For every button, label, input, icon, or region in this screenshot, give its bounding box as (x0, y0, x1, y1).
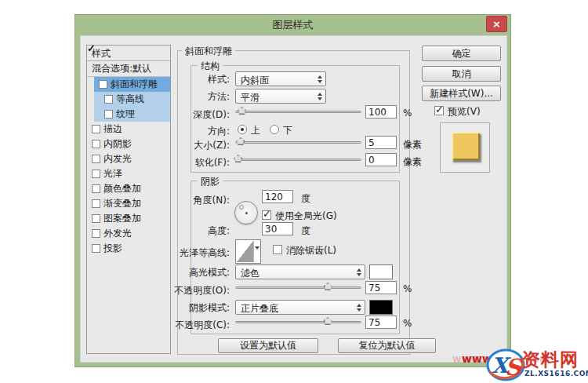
depth-input[interactable] (365, 105, 397, 119)
soften-label: 软化(F): (195, 156, 230, 170)
slider-track (235, 111, 361, 113)
updown-arrows-icon (317, 92, 323, 101)
sidebar-item[interactable]: 图案叠加 (87, 211, 170, 226)
style-checkbox[interactable] (104, 110, 113, 119)
ok-button[interactable]: 确定 (422, 46, 501, 61)
altitude-label: 高度: (208, 224, 230, 238)
dialog-titlebar[interactable]: 图层样式 (75, 15, 510, 35)
preview-checkbox[interactable] (434, 106, 444, 115)
watermark: WWW.XS1616.COM www X S 资料网 ZL.XS1616.COM (451, 347, 588, 383)
styles-sidebar: 样式 混合选项:默认 斜面和浮雕等高线纹理描边内阴影内发光光泽颜色叠加渐变叠加图… (86, 45, 171, 354)
styles-list: 斜面和浮雕等高线纹理描边内阴影内发光光泽颜色叠加渐变叠加图案叠加外发光投影 (87, 77, 170, 256)
xs-logo-icon: X S (485, 348, 526, 382)
technique-label: 方法: (208, 90, 230, 104)
sidebar-item-label: 内阴影 (103, 137, 132, 151)
style-checkbox[interactable] (99, 80, 107, 89)
sidebar-item-label: 外发光 (103, 227, 132, 240)
sidebar-item-blending-options[interactable]: 混合选项:默认 (87, 61, 170, 77)
sidebar-item-label: 等高线 (116, 93, 144, 106)
dropdown-arrow-icon (255, 250, 260, 264)
sidebar-item[interactable]: 投影 (87, 241, 170, 256)
direction-up-radio[interactable] (238, 125, 247, 134)
soften-slider[interactable] (235, 155, 361, 165)
altitude-input[interactable] (262, 222, 293, 235)
style-select-value: 内斜面 (241, 74, 269, 87)
sidebar-item[interactable]: 纹理 (94, 107, 170, 122)
slider-thumb[interactable] (234, 155, 242, 162)
style-checkbox[interactable] (104, 95, 113, 104)
style-checkbox[interactable] (92, 229, 100, 238)
depth-unit: % (403, 108, 412, 119)
sidebar-item-label: 投影 (103, 242, 122, 255)
structure-group: 结构 样式: 内斜面 方法: 平滑 深度(D): (191, 65, 400, 173)
style-checkbox[interactable] (92, 125, 100, 133)
direction-down-radio[interactable] (270, 125, 279, 134)
sidebar-item[interactable]: 外发光 (87, 226, 170, 241)
angle-dial[interactable] (234, 201, 258, 224)
cancel-button[interactable]: 取消 (422, 66, 501, 82)
style-checkbox[interactable] (92, 140, 100, 148)
anti-alias-checkbox[interactable] (273, 245, 282, 254)
gloss-contour-picker[interactable] (235, 239, 261, 264)
dialog-body: 样式 混合选项:默认 斜面和浮雕等高线纹理描边内阴影内发光光泽颜色叠加渐变叠加图… (80, 35, 507, 363)
shadow-color-swatch[interactable] (369, 300, 393, 315)
sidebar-item[interactable]: 等高线 (94, 92, 170, 107)
use-global-light-checkbox[interactable] (262, 210, 271, 220)
technique-select[interactable]: 平滑 (235, 89, 326, 104)
shadow-mode-value: 正片叠底 (241, 302, 278, 316)
highlight-opacity-unit: % (403, 283, 412, 294)
soften-input[interactable] (365, 153, 397, 166)
sidebar-item[interactable]: 斜面和浮雕 (94, 77, 170, 92)
highlight-opacity-input[interactable] (365, 281, 397, 294)
shading-legend: 阴影 (198, 175, 223, 188)
slider-track (235, 321, 361, 323)
new-style-button[interactable]: 新建样式(W)... (422, 86, 501, 101)
preview-swatch (452, 132, 480, 160)
watermark-site-url: ZL.XS1616.COM (524, 370, 588, 378)
soften-unit: 像素 (403, 155, 422, 169)
slider-thumb[interactable] (238, 107, 246, 115)
shadow-opacity-input[interactable] (365, 316, 397, 329)
size-slider[interactable] (235, 138, 361, 148)
shadow-opacity-slider[interactable] (235, 318, 361, 327)
highlight-mode-label: 高光模式: (189, 266, 230, 279)
style-checkbox[interactable] (92, 184, 100, 193)
size-input[interactable] (365, 136, 397, 149)
sidebar-item[interactable]: 内发光 (87, 151, 170, 166)
close-icon: × (492, 18, 501, 30)
highlight-opacity-slider[interactable] (235, 283, 361, 293)
watermark-site-name: 资料网 (522, 348, 579, 372)
style-checkbox[interactable] (92, 155, 100, 163)
slider-track (235, 286, 361, 289)
desktop: 图层样式 × 样式 混合选项:默认 斜面和浮雕等高线纹理描边内阴影内发光光泽颜色… (0, 0, 588, 383)
highlight-mode-select[interactable]: 滤色 (235, 264, 365, 279)
slider-thumb[interactable] (324, 283, 332, 290)
style-select[interactable]: 内斜面 (235, 71, 326, 86)
slider-thumb[interactable] (324, 317, 332, 325)
bevel-emboss-panel: 斜面和浮雕 结构 样式: 内斜面 方法: 平滑 深度(D): (177, 50, 410, 355)
style-checkbox[interactable] (92, 244, 100, 253)
shadow-mode-label: 阴影模式: (189, 301, 230, 315)
style-checkbox[interactable] (92, 170, 100, 178)
highlight-color-swatch[interactable] (369, 264, 393, 279)
styles-header: 样式 (87, 46, 170, 61)
close-button[interactable]: × (486, 16, 507, 32)
preview-label: 预览(V) (448, 105, 481, 119)
slider-thumb[interactable] (236, 137, 245, 145)
sidebar-item[interactable]: 渐变叠加 (87, 196, 170, 211)
direction-label: 方向: (208, 125, 230, 138)
sidebar-item[interactable]: 光泽 (87, 166, 170, 181)
sidebar-item[interactable]: 内阴影 (87, 137, 170, 151)
shadow-mode-select[interactable]: 正片叠底 (235, 300, 365, 315)
panel-title: 斜面和浮雕 (182, 45, 235, 58)
style-checkbox[interactable] (92, 214, 100, 223)
style-checkbox[interactable] (92, 199, 100, 208)
angle-input[interactable] (262, 190, 293, 203)
sidebar-item[interactable]: 描边 (87, 122, 170, 137)
reset-default-button[interactable]: 复位为默认值 (338, 338, 436, 353)
depth-slider[interactable] (235, 108, 361, 117)
angle-dial-marker (239, 205, 244, 210)
make-default-button[interactable]: 设置为默认值 (218, 338, 318, 353)
layer-style-dialog: 图层样式 × 样式 混合选项:默认 斜面和浮雕等高线纹理描边内阴影内发光光泽颜色… (74, 14, 511, 367)
sidebar-item[interactable]: 颜色叠加 (87, 181, 170, 196)
